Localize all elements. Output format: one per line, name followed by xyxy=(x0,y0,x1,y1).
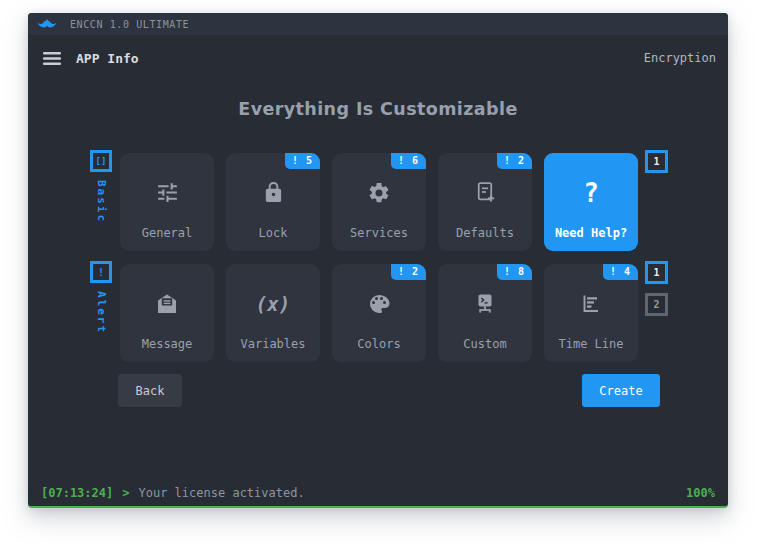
rail-alert: ! Alert xyxy=(90,261,120,334)
variables-icon: (x) xyxy=(256,270,290,337)
card-label: Colors xyxy=(357,337,400,351)
app-window: ENCCN 1.0 ULTIMATE APP Info Encryption E… xyxy=(28,13,728,508)
document-add-icon xyxy=(473,159,498,226)
rail-label-alert: Alert xyxy=(95,291,108,334)
alert-count-badge: ! 6 xyxy=(391,153,426,169)
page-indicator[interactable]: 2 xyxy=(645,293,668,316)
status-prompt: > xyxy=(122,486,129,500)
pagination-alert: 1 2 xyxy=(645,261,668,316)
alert-count-badge: ! 8 xyxy=(497,264,532,280)
card-label: Variables xyxy=(240,337,305,351)
gear-icon xyxy=(367,159,391,226)
alert-count-badge: ! 2 xyxy=(391,264,426,280)
rail-glyph: [] xyxy=(96,156,107,166)
rail-label-basic: Basic xyxy=(95,180,108,223)
card-colors[interactable]: ! 2 Colors xyxy=(332,264,426,362)
card-message[interactable]: Message xyxy=(120,264,214,362)
card-lock[interactable]: ! 5 Lock xyxy=(226,153,320,251)
card-label: Time Line xyxy=(558,337,623,351)
cards-alert: Message (x) Variables ! 2 Colors ! 8 xyxy=(120,264,638,362)
exclamation-icon: ! xyxy=(90,261,112,283)
alert-count-badge: ! 5 xyxy=(285,153,320,169)
alert-count-badge: ! 4 xyxy=(603,264,638,280)
bat-logo-icon xyxy=(37,18,57,30)
create-button[interactable]: Create xyxy=(582,374,660,407)
row-alert: ! Alert Message (x) Variables xyxy=(90,264,668,362)
card-label: General xyxy=(142,226,193,240)
page-indicator[interactable]: 1 xyxy=(645,150,668,173)
header: APP Info Encryption xyxy=(28,35,728,81)
page-title: APP Info xyxy=(76,51,139,66)
pagination-basic: 1 xyxy=(645,150,668,173)
brackets-icon: [] xyxy=(90,150,112,172)
row-basic: [] Basic General ! 5 xyxy=(90,153,668,251)
progress-percent: 100% xyxy=(686,486,715,500)
statusbar: [07:13:24] > Your license activated. 100… xyxy=(28,479,728,506)
card-label: Lock xyxy=(259,226,288,240)
back-button[interactable]: Back xyxy=(118,374,182,407)
card-label: Custom xyxy=(463,337,506,351)
card-services[interactable]: ! 6 Services xyxy=(332,153,426,251)
status-timestamp: [07:13:24] xyxy=(41,486,113,500)
card-label: Message xyxy=(142,337,193,351)
terminal-node-icon xyxy=(473,270,497,337)
question-mark-icon: ? xyxy=(583,159,599,226)
page-indicator[interactable]: 1 xyxy=(645,261,668,284)
menu-hamburger-icon[interactable] xyxy=(43,52,61,65)
card-label: Defaults xyxy=(456,226,514,240)
palette-icon xyxy=(367,270,391,337)
lock-icon xyxy=(262,159,285,226)
rail-basic: [] Basic xyxy=(90,150,120,223)
card-time-line[interactable]: ! 4 Time Line xyxy=(544,264,638,362)
actions-bar: Back Create xyxy=(118,374,660,407)
main-heading: Everything Is Customizable xyxy=(28,99,728,119)
status-message: Your license activated. xyxy=(138,486,304,500)
cards-basic: General ! 5 Lock ! 6 xyxy=(120,153,638,251)
card-need-help[interactable]: ? Need Help? xyxy=(544,153,638,251)
open-envelope-icon xyxy=(155,270,179,337)
encryption-label: Encryption xyxy=(644,51,716,65)
card-variables[interactable]: (x) Variables xyxy=(226,264,320,362)
tune-sliders-icon xyxy=(155,159,180,226)
app-title: ENCCN 1.0 ULTIMATE xyxy=(70,19,189,30)
timeline-chart-icon xyxy=(579,270,603,337)
card-general[interactable]: General xyxy=(120,153,214,251)
titlebar: ENCCN 1.0 ULTIMATE xyxy=(28,13,728,35)
card-defaults[interactable]: ! 2 Defaults xyxy=(438,153,532,251)
card-custom[interactable]: ! 8 Custom xyxy=(438,264,532,362)
alert-count-badge: ! 2 xyxy=(497,153,532,169)
rail-glyph: ! xyxy=(98,267,104,278)
card-label: Need Help? xyxy=(555,226,627,240)
card-label: Services xyxy=(350,226,408,240)
